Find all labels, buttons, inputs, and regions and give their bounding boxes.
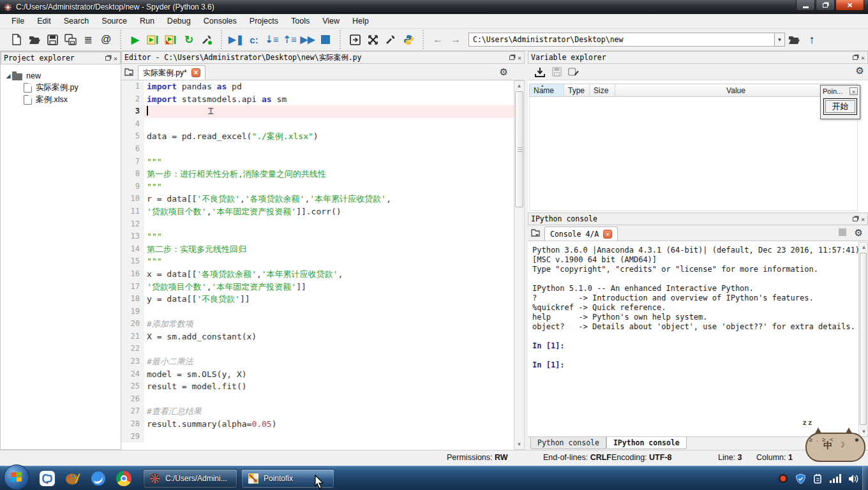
code-line[interactable]: 17'贷款项目个数','本年固定资产投资额']] xyxy=(121,281,514,293)
bottom-tab-python-console[interactable]: Python console xyxy=(530,437,606,449)
editor-options-icon[interactable]: ⚙ xyxy=(500,66,508,78)
working-directory-dropdown[interactable]: ▾ xyxy=(775,33,785,47)
column-header-type[interactable]: Type xyxy=(564,84,590,96)
save-data-as-button[interactable] xyxy=(565,64,581,80)
code-line[interactable]: 16x = data[['各项贷款余额','本年累计应收贷款', xyxy=(121,268,514,281)
editor-scrollbar[interactable]: ▲ ▼ xyxy=(514,80,525,450)
start-button[interactable] xyxy=(4,464,29,490)
save-all-button[interactable] xyxy=(61,31,79,48)
run-configure-button[interactable] xyxy=(198,31,216,48)
code-line[interactable]: 27#查看汇总结果 xyxy=(121,405,514,418)
tab-close-icon[interactable]: ✕ xyxy=(603,230,612,239)
taskbar-button-spyder[interactable]: C:/Users/Admini... xyxy=(143,469,237,488)
column-header-name[interactable]: Name xyxy=(530,84,564,96)
menu-help[interactable]: Help xyxy=(346,15,375,27)
code-line[interactable]: 3 xyxy=(121,105,514,118)
continue-button[interactable]: ▶▶ xyxy=(299,31,317,48)
scroll-up-icon[interactable]: ▲ xyxy=(859,242,868,252)
restore-button[interactable] xyxy=(816,0,835,11)
step-over-button[interactable]: c: xyxy=(245,31,263,48)
find-symbols-button[interactable]: @ xyxy=(97,31,115,48)
browse-tabs-button[interactable] xyxy=(121,64,138,80)
code-line[interactable]: 28result.summary(alpha=0.05) xyxy=(121,418,514,431)
code-line[interactable]: 15""" xyxy=(121,255,514,268)
menu-tools[interactable]: Tools xyxy=(285,15,316,27)
step-return-button[interactable]: ⇡≡ xyxy=(281,31,299,48)
code-line[interactable]: 22 xyxy=(121,343,514,355)
code-line[interactable]: 2import statsmodels.api as sm xyxy=(121,93,514,106)
quicklaunch-chrome-icon[interactable] xyxy=(113,469,135,488)
network-signal-tray-icon[interactable] xyxy=(830,474,841,483)
undock-icon[interactable] xyxy=(853,217,858,221)
save-data-button[interactable] xyxy=(548,64,565,80)
browse-directory-button[interactable] xyxy=(785,31,803,48)
rerun-cell-button[interactable]: ↻ xyxy=(180,31,198,48)
code-line[interactable]: 14第二步：实现多元线性回归 xyxy=(121,243,514,256)
menu-debug[interactable]: Debug xyxy=(161,15,197,27)
scrollbar-thumb[interactable] xyxy=(515,91,523,207)
ime-fullhalf-icon[interactable]: ☽ xyxy=(838,440,845,449)
code-editor[interactable]: 1import pandas as pd2import statsmodels.… xyxy=(121,80,514,450)
working-directory-input[interactable] xyxy=(468,33,775,47)
tree-expand-icon[interactable]: ◢ xyxy=(4,73,12,79)
code-line[interactable]: 19 xyxy=(121,306,514,318)
parent-directory-button[interactable]: ↑ xyxy=(803,31,821,48)
quicklaunch-app-icon-1[interactable] xyxy=(36,469,58,488)
scroll-up-icon[interactable]: ▲ xyxy=(514,81,524,91)
code-line[interactable]: 4 xyxy=(121,118,514,131)
ime-cat-widget[interactable]: z z ≥ . ≥ < 中 ☽ ● xyxy=(803,426,867,462)
import-data-button[interactable] xyxy=(532,64,548,80)
variable-explorer-options-icon[interactable]: ⚙ xyxy=(856,65,864,77)
code-line[interactable]: 18y = data[['不良贷款']] xyxy=(121,293,514,306)
menu-consoles[interactable]: Consoles xyxy=(197,15,243,27)
code-line[interactable]: 5data = pd.read_excel("./案例.xlsx") xyxy=(121,130,514,143)
code-line[interactable]: 13""" xyxy=(121,230,514,243)
code-line[interactable]: 23#最小二乘法 xyxy=(121,355,514,368)
recorder-tray-icon[interactable] xyxy=(778,473,788,484)
volume-tray-icon[interactable] xyxy=(848,474,859,484)
undock-icon[interactable] xyxy=(853,56,858,60)
tab-close-icon[interactable]: ✕ xyxy=(191,68,200,77)
bottom-tab-ipython-console[interactable]: IPython console xyxy=(606,437,687,449)
save-button[interactable] xyxy=(43,31,61,48)
variable-table-body[interactable] xyxy=(529,97,858,211)
scrollbar-thumb[interactable] xyxy=(860,253,867,425)
security-shield-tray-icon[interactable] xyxy=(795,473,806,484)
console-options-icon[interactable]: ⚙ xyxy=(855,227,863,239)
debug-file-button[interactable]: ▶❚ xyxy=(227,31,245,48)
project-file-item[interactable]: 案例.xlsx xyxy=(4,94,121,106)
code-line[interactable]: 7""" xyxy=(121,156,514,168)
menu-view[interactable]: View xyxy=(316,15,346,27)
code-line[interactable]: 10r = data[['不良贷款','各项贷款余额','本年累计应收贷款', xyxy=(121,193,514,205)
code-line[interactable]: 29 xyxy=(121,431,514,443)
pointofix-close-icon[interactable]: x xyxy=(849,87,858,95)
close-panel-icon[interactable]: ✕ xyxy=(518,54,521,61)
code-line[interactable]: 6 xyxy=(121,143,514,156)
close-button[interactable]: ✕ xyxy=(835,0,864,11)
code-line[interactable]: 11'贷款项目个数','本年固定资产投资额']].corr() xyxy=(121,205,514,218)
console-scrollbar[interactable]: ▲ ▼ xyxy=(858,242,868,437)
back-button[interactable]: ← xyxy=(429,31,447,48)
close-panel-icon[interactable]: ✕ xyxy=(114,55,117,62)
run-cell-advance-button[interactable] xyxy=(162,31,180,48)
code-line[interactable]: 1import pandas as pd xyxy=(121,80,514,93)
column-header-size[interactable]: Size xyxy=(590,84,615,96)
power-plug-tray-icon[interactable] xyxy=(813,473,823,484)
forward-button[interactable]: → xyxy=(447,31,465,48)
minimize-button[interactable] xyxy=(796,0,815,11)
scroll-down-icon[interactable]: ▼ xyxy=(514,440,524,449)
pointofix-start-button[interactable]: 开始 xyxy=(823,98,857,115)
project-root-item[interactable]: ◢ new xyxy=(4,70,121,82)
fullscreen-button[interactable] xyxy=(364,31,382,48)
python-path-button[interactable] xyxy=(400,31,417,48)
maximize-pane-button[interactable] xyxy=(346,31,364,48)
code-line[interactable]: 9""" xyxy=(121,181,514,193)
ime-language-indicator[interactable]: 中 xyxy=(823,440,832,452)
undock-icon[interactable] xyxy=(509,56,514,60)
interrupt-kernel-icon[interactable] xyxy=(839,228,846,236)
console-tab[interactable]: Console 4/A ✕ xyxy=(544,226,618,241)
quicklaunch-browser-icon[interactable] xyxy=(87,469,109,488)
stop-debug-button[interactable] xyxy=(317,31,334,48)
menu-file[interactable]: File xyxy=(5,15,31,27)
close-panel-icon[interactable]: ✕ xyxy=(861,54,865,61)
